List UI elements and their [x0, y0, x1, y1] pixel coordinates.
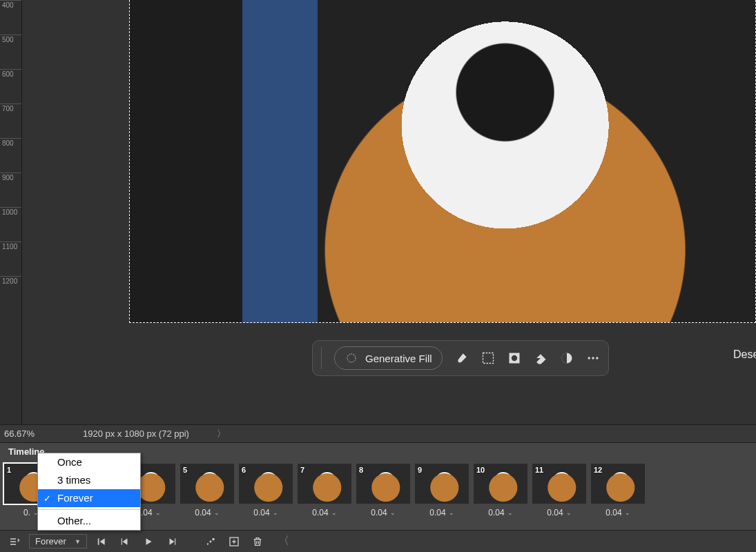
next-frame-button[interactable] — [163, 534, 181, 549]
frame-duration[interactable]: 0.04⌄ — [371, 508, 395, 518]
frame-duration-value: 0.04 — [253, 508, 269, 518]
frame-10[interactable]: 100.04⌄ — [474, 464, 527, 518]
generative-fill-button[interactable]: Generative Fill — [334, 346, 443, 370]
frame-duration[interactable]: 0.04⌄ — [605, 508, 630, 518]
frame-duration[interactable]: 0.04⌄ — [195, 508, 219, 518]
zoom-level[interactable]: 66.67% — [0, 428, 69, 439]
frame-thumbnail[interactable]: 8 — [356, 464, 410, 504]
svg-point-0 — [347, 354, 356, 362]
frame-number: 1 — [7, 466, 11, 474]
select-subject-icon[interactable] — [481, 351, 495, 365]
loop-option-other[interactable]: Other... — [38, 512, 140, 530]
frame-duration[interactable]: 0.04⌄ — [312, 508, 336, 518]
frame-thumbnail[interactable]: 11 — [532, 464, 586, 504]
frame-duration-value: 0.04 — [371, 508, 387, 518]
menu-separator — [38, 509, 140, 510]
ruler-tick: 1000 — [0, 207, 21, 241]
ruler-tick: 600 — [0, 69, 21, 103]
svg-point-12 — [210, 540, 212, 542]
svg-point-13 — [212, 538, 215, 540]
frame-thumbnail[interactable]: 6 — [239, 464, 293, 504]
svg-point-7 — [596, 357, 598, 359]
status-chevron-icon[interactable]: 〉 — [217, 428, 226, 440]
frame-8[interactable]: 80.04⌄ — [356, 464, 410, 518]
frame-duration-value: 0. — [23, 508, 30, 518]
prev-frame-button[interactable] — [116, 534, 134, 549]
canvas-image[interactable] — [129, 0, 756, 323]
generative-fill-label: Generative Fill — [365, 353, 432, 364]
ruler-tick: 400 — [0, 0, 21, 34]
ruler-tick: 700 — [0, 103, 21, 138]
loop-dropdown[interactable]: Forever ▼ — [29, 534, 87, 549]
loop-options-menu: Once 3 times ✓ Forever Other... — [37, 453, 141, 531]
frame-number: 10 — [476, 466, 485, 474]
chevron-down-icon: ⌄ — [449, 509, 454, 516]
first-frame-button[interactable] — [93, 534, 110, 549]
loop-option-forever-label: Forever — [57, 492, 93, 504]
scroll-left-icon[interactable]: 〈 — [275, 534, 293, 549]
frame-9[interactable]: 90.04⌄ — [415, 464, 469, 518]
svg-point-5 — [588, 357, 590, 359]
frame-number: 11 — [535, 466, 543, 474]
loop-option-once[interactable]: Once — [38, 453, 140, 471]
frame-12[interactable]: 120.04⌄ — [591, 464, 645, 518]
mask-icon[interactable] — [507, 351, 521, 365]
frame-thumbnail[interactable]: 5 — [180, 464, 234, 504]
frame-11[interactable]: 110.04⌄ — [532, 464, 586, 518]
adjustment-icon[interactable] — [560, 351, 574, 365]
frame-number: 5 — [183, 466, 187, 474]
ruler-tick: 1200 — [0, 276, 21, 310]
frame-duration-value: 0.04 — [547, 508, 563, 518]
playback-bar: Forever ▼ 〈 — [0, 530, 756, 552]
frame-duration[interactable]: 0.04⌄ — [547, 508, 571, 518]
ruler-tick: 900 — [0, 172, 21, 207]
taskbar-divider — [321, 347, 322, 369]
frame-duration[interactable]: 0.04⌄ — [488, 508, 512, 518]
sparkle-icon — [345, 351, 358, 365]
svg-rect-1 — [483, 353, 493, 364]
chevron-down-icon: ⌄ — [390, 509, 396, 516]
canvas-area[interactable]: Generative Fill — [22, 0, 756, 424]
frame-duration-value: 0.04 — [312, 508, 328, 518]
frame-number: 8 — [359, 466, 363, 474]
fill-bucket-icon[interactable] — [534, 351, 547, 365]
chevron-down-icon: ⌄ — [331, 509, 337, 516]
frame-duration[interactable]: 0.⌄ — [23, 508, 39, 518]
timeline-options-icon[interactable] — [6, 534, 23, 549]
chevron-down-icon: ⌄ — [214, 509, 220, 516]
frame-duration[interactable]: 0.04⌄ — [253, 508, 278, 518]
frame-duration-value: 0.04 — [195, 508, 211, 518]
svg-point-6 — [592, 357, 594, 359]
loop-option-3-times[interactable]: 3 times — [38, 471, 140, 489]
frame-thumbnail[interactable]: 12 — [591, 464, 645, 504]
deselect-button[interactable]: Deselec — [733, 348, 756, 361]
frame-thumbnail[interactable]: 10 — [474, 464, 527, 504]
frame-thumbnail[interactable]: 9 — [415, 464, 469, 504]
new-frame-button[interactable] — [225, 534, 243, 549]
frame-duration[interactable]: 0.04⌄ — [429, 508, 454, 518]
brush-icon[interactable] — [455, 351, 469, 365]
loop-dropdown-label: Forever — [35, 536, 66, 546]
play-button[interactable] — [139, 534, 157, 549]
frame-6[interactable]: 60.04⌄ — [239, 464, 293, 518]
chevron-down-icon: ⌄ — [566, 509, 572, 516]
frame-5[interactable]: 50.04⌄ — [180, 464, 234, 518]
frame-duration-value: 0.04 — [488, 508, 504, 518]
tween-button[interactable] — [202, 534, 220, 549]
chevron-down-icon: ⌄ — [155, 509, 161, 516]
frame-number: 12 — [594, 466, 602, 474]
frame-thumbnail[interactable]: 7 — [298, 464, 351, 504]
svg-rect-9 — [122, 538, 122, 544]
svg-rect-10 — [175, 538, 175, 544]
checkmark-icon: ✓ — [43, 491, 51, 506]
frame-7[interactable]: 70.04⌄ — [298, 464, 351, 518]
delete-frame-button[interactable] — [249, 534, 266, 549]
loop-option-forever[interactable]: ✓ Forever — [38, 489, 140, 507]
frame-duration-value: 0.04 — [429, 508, 445, 518]
frame-number: 9 — [418, 466, 422, 474]
svg-rect-8 — [98, 538, 99, 544]
more-icon[interactable] — [586, 351, 600, 365]
vertical-ruler: 400 500 600 700 800 900 1000 1100 1200 — [0, 0, 22, 424]
svg-point-11 — [207, 543, 209, 544]
svg-point-3 — [512, 355, 517, 361]
